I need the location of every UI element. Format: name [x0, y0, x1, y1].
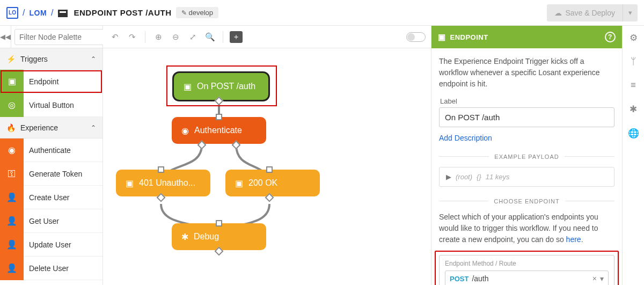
branch-pill[interactable]: develop — [176, 7, 219, 18]
reply-icon: ▣ — [235, 178, 243, 188]
canvas-node-label: Authenticate — [194, 126, 242, 135]
endpoint-icon: ▣ — [438, 32, 446, 42]
page-title: ENDPOINT POST /AUTH — [74, 8, 172, 17]
palette-node-label: Generate Token — [24, 170, 103, 178]
breadcrumb-sep: / — [51, 8, 53, 18]
payload-keys: 11 keys — [486, 173, 510, 181]
canvas-node-200[interactable]: ▣ 200 OK — [225, 170, 320, 196]
node-in-port[interactable] — [216, 114, 222, 120]
zoom-search-button[interactable]: 🔍 — [203, 31, 216, 43]
canvas-node-label: 200 OK — [248, 178, 277, 188]
palette-node-label: Endpoint — [24, 77, 103, 86]
group-triggers[interactable]: ⚡ Triggers ⌃ — [0, 48, 103, 70]
canvas-node-label: 401 Unautho... — [139, 178, 195, 188]
redo-button[interactable]: ↷ — [126, 31, 138, 43]
group-label: Experience — [20, 123, 91, 132]
section-choose-endpoint: CHOOSE ENDPOINT — [439, 196, 614, 205]
fingerprint-icon: ◉ — [0, 138, 24, 162]
collapse-palette-button[interactable]: ◀◀ — [0, 26, 11, 48]
node-in-port[interactable] — [216, 220, 222, 226]
workflow-canvas[interactable]: ▣ On POST /auth ◉ Authenticate ▣ 401 Una… — [103, 48, 431, 285]
palette-node-generate-token[interactable]: ⚿ Generate Token — [0, 162, 103, 186]
gear-icon[interactable]: ⚙ — [630, 32, 638, 43]
palette-node-label: Update User — [24, 240, 103, 249]
cloud-icon: ☁ — [554, 9, 562, 17]
save-deploy-button[interactable]: ☁ Save & Deploy — [547, 4, 623, 21]
user-icon: 👤 — [0, 209, 24, 233]
flame-icon: 🔥 — [6, 123, 16, 132]
node-palette: ◀◀ ⚡ Triggers ⌃ ▣ Endpoint ◎ Virtual But… — [0, 26, 103, 285]
payload-braces: {} — [477, 173, 481, 181]
palette-node-virtual-button[interactable]: ◎ Virtual Button — [0, 93, 103, 117]
group-experience[interactable]: 🔥 Experience ⌃ — [0, 117, 103, 138]
endpoint-highlight: Endpoint Method / Route POST /auth × ▾ — [435, 251, 619, 285]
undo-button[interactable]: ↶ — [108, 31, 121, 43]
label-input[interactable] — [439, 107, 614, 127]
section-example-payload: EXAMPLE PAYLOAD — [439, 152, 614, 160]
endpoint-select[interactable]: POST /auth × ▾ — [445, 271, 609, 285]
user-edit-icon: 👤 — [0, 233, 24, 257]
palette-node-delete-user[interactable]: 👤 Delete User — [0, 257, 103, 280]
database-icon[interactable]: ≡ — [631, 80, 636, 91]
user-minus-icon: 👤 — [0, 257, 24, 280]
properties-header: ▣ ENDPOINT ? — [431, 26, 622, 48]
add-description-link[interactable]: Add Description — [439, 134, 614, 142]
canvas-node-trigger[interactable]: ▣ On POST /auth — [174, 73, 268, 100]
branch-icon[interactable]: ᛘ — [631, 56, 636, 67]
canvas-node-label: On POST /auth — [197, 82, 255, 91]
canvas-node-debug[interactable]: ✱ Debug — [172, 223, 266, 250]
group-label: Triggers — [20, 55, 91, 63]
palette-node-authenticate[interactable]: ◉ Authenticate — [0, 138, 103, 162]
canvas-node-401[interactable]: ▣ 401 Unautho... — [116, 170, 210, 196]
endpoint-method: POST — [450, 275, 469, 283]
workflow-icon — [58, 10, 68, 17]
endpoint-selector: Endpoint Method / Route POST /auth × ▾ — [439, 255, 614, 285]
palette-node-label: Create User — [24, 193, 103, 202]
bug-icon[interactable]: ✱ — [630, 104, 637, 115]
node-in-port[interactable] — [158, 166, 164, 173]
endpoint-route: /auth — [472, 274, 589, 283]
chevron-up-icon: ⌃ — [91, 124, 96, 131]
breadcrumb-app[interactable]: LOM — [29, 9, 47, 17]
target-icon: ◎ — [0, 93, 24, 117]
palette-node-update-user[interactable]: 👤 Update User — [0, 233, 103, 257]
palette-node-label: Get User — [24, 217, 103, 225]
zoom-fit-button[interactable]: ⤢ — [186, 31, 199, 43]
reply-icon: ▣ — [126, 178, 134, 188]
properties-description: The Experience Endpoint Trigger kicks of… — [439, 56, 614, 90]
save-deploy-caret[interactable]: ▾ — [623, 4, 638, 21]
section-label: CHOOSE ENDPOINT — [488, 198, 565, 204]
canvas-node-label: Debug — [194, 232, 219, 242]
endpoint-box-label: Endpoint Method / Route — [445, 260, 609, 267]
canvas-toolbar: ↶ ↷ ⊕ ⊖ ⤢ 🔍 ＋ — [103, 26, 431, 48]
payload-preview[interactable]: ▶ (root) {} 11 keys — [439, 167, 614, 187]
help-icon[interactable]: ? — [605, 32, 616, 42]
breadcrumb-sep: / — [23, 8, 25, 18]
globe-icon[interactable]: 🌐 — [628, 128, 639, 139]
endpoint-icon: ▣ — [0, 70, 24, 93]
key-icon: ⚿ — [0, 162, 24, 186]
zoom-out-button[interactable]: ⊖ — [169, 31, 182, 43]
expand-icon[interactable]: ▶ — [446, 173, 451, 181]
save-deploy-label: Save & Deploy — [565, 9, 615, 17]
zoom-in-button[interactable]: ⊕ — [152, 31, 165, 43]
chevron-up-icon: ⌃ — [91, 55, 96, 63]
palette-node-get-user[interactable]: 👤 Get User — [0, 209, 103, 233]
palette-node-endpoint[interactable]: ▣ Endpoint — [0, 70, 103, 93]
palette-node-create-user[interactable]: 👤 Create User — [0, 186, 103, 209]
user-plus-icon: 👤 — [0, 186, 24, 209]
add-node-button[interactable]: ＋ — [230, 31, 243, 43]
losant-logo[interactable]: LO — [6, 7, 18, 19]
choose-endpoint-description: Select which of your application's endpo… — [439, 211, 614, 245]
create-endpoint-link[interactable]: here — [566, 235, 581, 244]
debug-toggle[interactable] — [406, 32, 426, 42]
right-rail: ⚙ ᛘ ≡ ✱ 🌐 — [623, 26, 644, 285]
palette-node-label: Authenticate — [24, 146, 103, 155]
clear-icon[interactable]: × — [592, 274, 597, 283]
node-in-port[interactable] — [266, 166, 273, 173]
label-field-label: Label — [440, 97, 614, 105]
branch-name: develop — [189, 9, 214, 17]
canvas-node-authenticate[interactable]: ◉ Authenticate — [172, 117, 266, 144]
palette-node-label: Virtual Button — [24, 101, 103, 109]
chevron-down-icon[interactable]: ▾ — [600, 274, 604, 283]
